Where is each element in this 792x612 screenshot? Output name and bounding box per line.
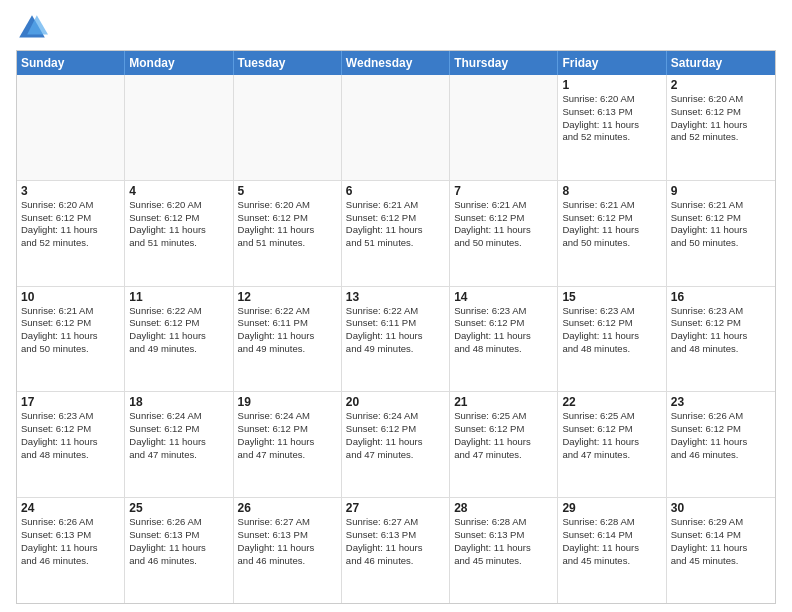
calendar-cell: 18Sunrise: 6:24 AM Sunset: 6:12 PM Dayli… xyxy=(125,392,233,497)
cell-day-number: 28 xyxy=(454,501,553,515)
cell-info-text: Sunrise: 6:23 AM Sunset: 6:12 PM Dayligh… xyxy=(562,305,661,356)
calendar-header-cell: Friday xyxy=(558,51,666,75)
cell-info-text: Sunrise: 6:20 AM Sunset: 6:12 PM Dayligh… xyxy=(238,199,337,250)
calendar-cell: 28Sunrise: 6:28 AM Sunset: 6:13 PM Dayli… xyxy=(450,498,558,603)
cell-day-number: 25 xyxy=(129,501,228,515)
calendar-header-cell: Sunday xyxy=(17,51,125,75)
calendar-cell: 23Sunrise: 6:26 AM Sunset: 6:12 PM Dayli… xyxy=(667,392,775,497)
cell-info-text: Sunrise: 6:21 AM Sunset: 6:12 PM Dayligh… xyxy=(454,199,553,250)
cell-info-text: Sunrise: 6:29 AM Sunset: 6:14 PM Dayligh… xyxy=(671,516,771,567)
cell-day-number: 13 xyxy=(346,290,445,304)
cell-day-number: 5 xyxy=(238,184,337,198)
calendar-cell: 1Sunrise: 6:20 AM Sunset: 6:13 PM Daylig… xyxy=(558,75,666,180)
cell-info-text: Sunrise: 6:20 AM Sunset: 6:12 PM Dayligh… xyxy=(21,199,120,250)
calendar-cell: 3Sunrise: 6:20 AM Sunset: 6:12 PM Daylig… xyxy=(17,181,125,286)
calendar-cell: 29Sunrise: 6:28 AM Sunset: 6:14 PM Dayli… xyxy=(558,498,666,603)
cell-day-number: 20 xyxy=(346,395,445,409)
cell-day-number: 12 xyxy=(238,290,337,304)
cell-day-number: 26 xyxy=(238,501,337,515)
calendar-cell: 10Sunrise: 6:21 AM Sunset: 6:12 PM Dayli… xyxy=(17,287,125,392)
cell-day-number: 19 xyxy=(238,395,337,409)
cell-day-number: 9 xyxy=(671,184,771,198)
cell-info-text: Sunrise: 6:26 AM Sunset: 6:13 PM Dayligh… xyxy=(129,516,228,567)
logo xyxy=(16,12,52,44)
calendar-header-cell: Monday xyxy=(125,51,233,75)
cell-day-number: 6 xyxy=(346,184,445,198)
cell-info-text: Sunrise: 6:24 AM Sunset: 6:12 PM Dayligh… xyxy=(238,410,337,461)
calendar-cell: 30Sunrise: 6:29 AM Sunset: 6:14 PM Dayli… xyxy=(667,498,775,603)
cell-info-text: Sunrise: 6:24 AM Sunset: 6:12 PM Dayligh… xyxy=(346,410,445,461)
calendar-week: 3Sunrise: 6:20 AM Sunset: 6:12 PM Daylig… xyxy=(17,180,775,286)
calendar-cell: 24Sunrise: 6:26 AM Sunset: 6:13 PM Dayli… xyxy=(17,498,125,603)
cell-day-number: 22 xyxy=(562,395,661,409)
cell-info-text: Sunrise: 6:20 AM Sunset: 6:12 PM Dayligh… xyxy=(671,93,771,144)
calendar-cell xyxy=(125,75,233,180)
cell-day-number: 29 xyxy=(562,501,661,515)
cell-info-text: Sunrise: 6:28 AM Sunset: 6:14 PM Dayligh… xyxy=(562,516,661,567)
calendar-header-cell: Tuesday xyxy=(234,51,342,75)
calendar-header-cell: Wednesday xyxy=(342,51,450,75)
calendar-cell: 4Sunrise: 6:20 AM Sunset: 6:12 PM Daylig… xyxy=(125,181,233,286)
calendar-cell xyxy=(342,75,450,180)
calendar-body: 1Sunrise: 6:20 AM Sunset: 6:13 PM Daylig… xyxy=(17,75,775,603)
cell-day-number: 14 xyxy=(454,290,553,304)
calendar-cell xyxy=(450,75,558,180)
cell-info-text: Sunrise: 6:21 AM Sunset: 6:12 PM Dayligh… xyxy=(21,305,120,356)
page: SundayMondayTuesdayWednesdayThursdayFrid… xyxy=(0,0,792,612)
cell-day-number: 30 xyxy=(671,501,771,515)
cell-day-number: 3 xyxy=(21,184,120,198)
cell-day-number: 2 xyxy=(671,78,771,92)
calendar-cell: 19Sunrise: 6:24 AM Sunset: 6:12 PM Dayli… xyxy=(234,392,342,497)
calendar-header-cell: Thursday xyxy=(450,51,558,75)
cell-day-number: 8 xyxy=(562,184,661,198)
cell-info-text: Sunrise: 6:25 AM Sunset: 6:12 PM Dayligh… xyxy=(562,410,661,461)
calendar-week: 24Sunrise: 6:26 AM Sunset: 6:13 PM Dayli… xyxy=(17,497,775,603)
calendar-cell: 2Sunrise: 6:20 AM Sunset: 6:12 PM Daylig… xyxy=(667,75,775,180)
calendar-week: 1Sunrise: 6:20 AM Sunset: 6:13 PM Daylig… xyxy=(17,75,775,180)
calendar-header-cell: Saturday xyxy=(667,51,775,75)
cell-info-text: Sunrise: 6:27 AM Sunset: 6:13 PM Dayligh… xyxy=(238,516,337,567)
calendar-cell: 17Sunrise: 6:23 AM Sunset: 6:12 PM Dayli… xyxy=(17,392,125,497)
calendar-cell: 14Sunrise: 6:23 AM Sunset: 6:12 PM Dayli… xyxy=(450,287,558,392)
calendar-cell: 15Sunrise: 6:23 AM Sunset: 6:12 PM Dayli… xyxy=(558,287,666,392)
cell-day-number: 11 xyxy=(129,290,228,304)
cell-info-text: Sunrise: 6:22 AM Sunset: 6:12 PM Dayligh… xyxy=(129,305,228,356)
cell-info-text: Sunrise: 6:28 AM Sunset: 6:13 PM Dayligh… xyxy=(454,516,553,567)
calendar-week: 17Sunrise: 6:23 AM Sunset: 6:12 PM Dayli… xyxy=(17,391,775,497)
calendar-cell: 27Sunrise: 6:27 AM Sunset: 6:13 PM Dayli… xyxy=(342,498,450,603)
cell-day-number: 21 xyxy=(454,395,553,409)
cell-day-number: 18 xyxy=(129,395,228,409)
calendar-cell: 9Sunrise: 6:21 AM Sunset: 6:12 PM Daylig… xyxy=(667,181,775,286)
calendar: SundayMondayTuesdayWednesdayThursdayFrid… xyxy=(16,50,776,604)
calendar-cell xyxy=(234,75,342,180)
cell-day-number: 16 xyxy=(671,290,771,304)
calendar-header-row: SundayMondayTuesdayWednesdayThursdayFrid… xyxy=(17,51,775,75)
logo-icon xyxy=(16,12,48,44)
calendar-cell: 13Sunrise: 6:22 AM Sunset: 6:11 PM Dayli… xyxy=(342,287,450,392)
cell-info-text: Sunrise: 6:27 AM Sunset: 6:13 PM Dayligh… xyxy=(346,516,445,567)
cell-info-text: Sunrise: 6:23 AM Sunset: 6:12 PM Dayligh… xyxy=(671,305,771,356)
calendar-cell: 21Sunrise: 6:25 AM Sunset: 6:12 PM Dayli… xyxy=(450,392,558,497)
calendar-week: 10Sunrise: 6:21 AM Sunset: 6:12 PM Dayli… xyxy=(17,286,775,392)
calendar-cell: 12Sunrise: 6:22 AM Sunset: 6:11 PM Dayli… xyxy=(234,287,342,392)
cell-info-text: Sunrise: 6:21 AM Sunset: 6:12 PM Dayligh… xyxy=(562,199,661,250)
cell-day-number: 15 xyxy=(562,290,661,304)
header xyxy=(16,12,776,44)
cell-day-number: 4 xyxy=(129,184,228,198)
calendar-cell: 16Sunrise: 6:23 AM Sunset: 6:12 PM Dayli… xyxy=(667,287,775,392)
cell-info-text: Sunrise: 6:24 AM Sunset: 6:12 PM Dayligh… xyxy=(129,410,228,461)
calendar-cell: 5Sunrise: 6:20 AM Sunset: 6:12 PM Daylig… xyxy=(234,181,342,286)
cell-info-text: Sunrise: 6:21 AM Sunset: 6:12 PM Dayligh… xyxy=(346,199,445,250)
calendar-cell: 7Sunrise: 6:21 AM Sunset: 6:12 PM Daylig… xyxy=(450,181,558,286)
cell-info-text: Sunrise: 6:20 AM Sunset: 6:12 PM Dayligh… xyxy=(129,199,228,250)
cell-day-number: 24 xyxy=(21,501,120,515)
calendar-cell xyxy=(17,75,125,180)
calendar-cell: 8Sunrise: 6:21 AM Sunset: 6:12 PM Daylig… xyxy=(558,181,666,286)
calendar-cell: 26Sunrise: 6:27 AM Sunset: 6:13 PM Dayli… xyxy=(234,498,342,603)
cell-info-text: Sunrise: 6:26 AM Sunset: 6:13 PM Dayligh… xyxy=(21,516,120,567)
calendar-cell: 20Sunrise: 6:24 AM Sunset: 6:12 PM Dayli… xyxy=(342,392,450,497)
calendar-cell: 6Sunrise: 6:21 AM Sunset: 6:12 PM Daylig… xyxy=(342,181,450,286)
cell-info-text: Sunrise: 6:23 AM Sunset: 6:12 PM Dayligh… xyxy=(454,305,553,356)
cell-info-text: Sunrise: 6:23 AM Sunset: 6:12 PM Dayligh… xyxy=(21,410,120,461)
cell-info-text: Sunrise: 6:22 AM Sunset: 6:11 PM Dayligh… xyxy=(346,305,445,356)
